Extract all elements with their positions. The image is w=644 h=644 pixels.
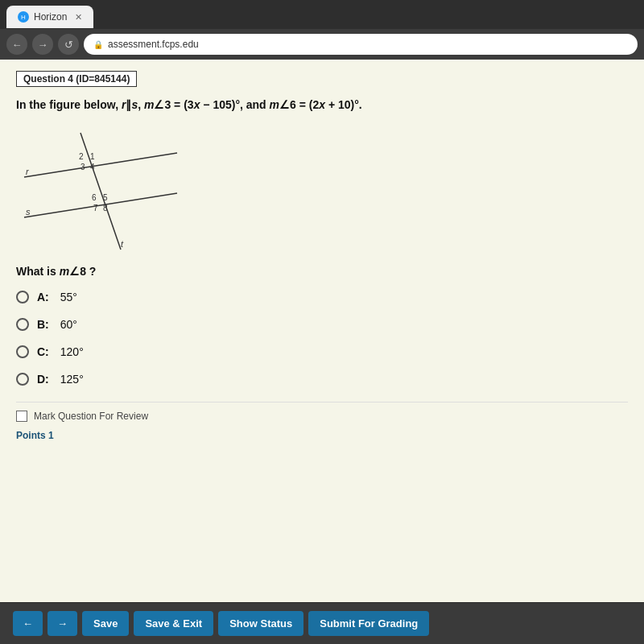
save-exit-button[interactable]: Save & Exit <box>134 611 213 636</box>
option-b-value: 60° <box>60 318 77 331</box>
option-d-value: 125° <box>60 373 84 386</box>
tab-bar: H Horizon ✕ <box>0 0 644 29</box>
option-c-value: 120° <box>60 345 84 358</box>
svg-text:2: 2 <box>79 152 84 161</box>
radio-b[interactable] <box>16 318 29 331</box>
option-c-letter: C: <box>37 345 49 358</box>
svg-text:7: 7 <box>93 204 98 213</box>
option-a-letter: A: <box>37 291 49 303</box>
svg-line-1 <box>24 193 177 217</box>
what-is-label: What is m∠8 ? <box>16 265 628 278</box>
svg-text:t: t <box>121 239 124 249</box>
radio-d[interactable] <box>16 373 29 386</box>
mark-review-checkbox[interactable] <box>16 411 27 422</box>
radio-a[interactable] <box>16 291 29 303</box>
option-b-letter: B: <box>37 318 49 331</box>
diagram-area: r s t 2 1 3 4 6 5 7 8 <box>16 125 225 254</box>
forward-nav-button[interactable]: → <box>47 611 77 636</box>
refresh-button[interactable]: ↺ <box>58 34 79 55</box>
browser-tab[interactable]: H Horizon ✕ <box>6 6 93 28</box>
points-label: Points 1 <box>16 430 628 441</box>
svg-text:r: r <box>26 167 30 176</box>
option-c[interactable]: C: 120° <box>16 345 628 358</box>
svg-line-0 <box>24 153 177 177</box>
svg-line-2 <box>80 133 121 250</box>
save-button[interactable]: Save <box>82 611 129 636</box>
url-text: assessment.fcps.edu <box>108 39 199 50</box>
lock-icon: 🔒 <box>93 40 103 49</box>
option-d-letter: D: <box>37 373 49 386</box>
bottom-toolbar: ← → Save Save & Exit Show Status Submit … <box>0 603 644 644</box>
option-a[interactable]: A: 55° <box>16 291 628 303</box>
svg-text:s: s <box>26 207 31 217</box>
address-bar[interactable]: 🔒 assessment.fcps.edu <box>84 34 638 55</box>
question-id: Question 4 (ID=845144) <box>16 71 137 87</box>
tab-favicon: H <box>18 11 29 23</box>
svg-text:1: 1 <box>90 152 95 161</box>
browser-chrome: H Horizon ✕ ← → ↺ 🔒 assessment.fcps.edu <box>0 0 644 60</box>
answer-options: A: 55° B: 60° C: 120° D: 125° <box>16 291 628 386</box>
submit-button[interactable]: Submit For Grading <box>308 611 429 636</box>
question-text: In the figure below, r∥s, m∠3 = (3x − 10… <box>16 97 628 114</box>
svg-text:4: 4 <box>90 163 95 171</box>
forward-button[interactable]: → <box>32 34 53 55</box>
svg-text:5: 5 <box>103 193 108 202</box>
page-content: Question 4 (ID=845144) In the figure bel… <box>0 60 644 602</box>
mark-review-row[interactable]: Mark Question For Review <box>16 402 628 422</box>
show-status-button[interactable]: Show Status <box>218 611 303 636</box>
option-d[interactable]: D: 125° <box>16 373 628 386</box>
diagram-svg: r s t 2 1 3 4 6 5 7 8 <box>16 125 225 254</box>
svg-text:8: 8 <box>103 204 108 213</box>
option-a-value: 55° <box>60 291 77 303</box>
option-b[interactable]: B: 60° <box>16 318 628 331</box>
tab-close-btn[interactable]: ✕ <box>75 12 82 23</box>
address-bar-row: ← → ↺ 🔒 assessment.fcps.edu <box>0 29 644 60</box>
radio-c[interactable] <box>16 345 29 358</box>
back-button[interactable]: ← <box>6 34 27 55</box>
svg-text:3: 3 <box>80 163 85 171</box>
svg-text:6: 6 <box>92 193 97 202</box>
mark-review-label: Mark Question For Review <box>34 411 148 422</box>
back-nav-button[interactable]: ← <box>13 611 43 636</box>
tab-label: Horizon <box>34 11 67 23</box>
